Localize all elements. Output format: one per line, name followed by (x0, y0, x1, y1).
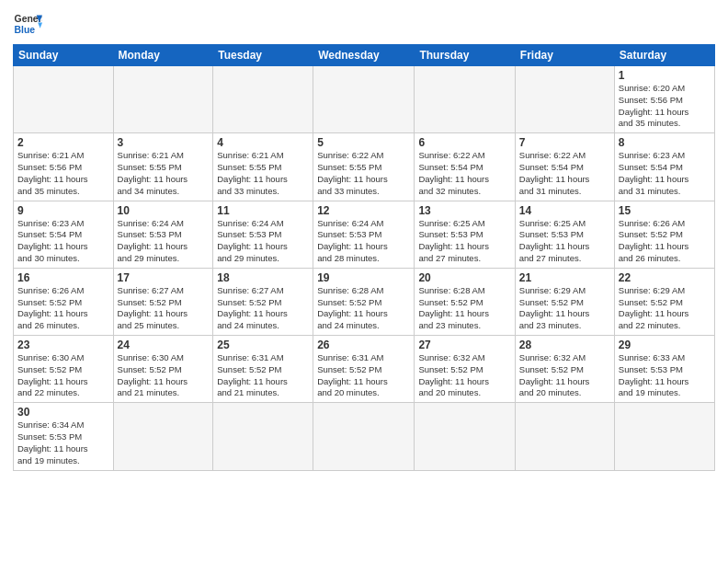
calendar-cell: 7Sunrise: 6:22 AMSunset: 5:54 PMDaylight… (515, 133, 614, 201)
logo: General Blue (13, 9, 42, 39)
calendar-cell: 22Sunrise: 6:29 AMSunset: 5:52 PMDayligh… (614, 268, 714, 335)
calendar-cell: 24Sunrise: 6:30 AMSunset: 5:52 PMDayligh… (113, 336, 213, 403)
day-info: Sunrise: 6:24 AMSunset: 5:53 PMDaylight:… (317, 218, 410, 265)
calendar-cell (415, 403, 515, 470)
calendar-cell: 12Sunrise: 6:24 AMSunset: 5:53 PMDayligh… (313, 201, 415, 268)
day-info: Sunrise: 6:23 AMSunset: 5:54 PMDaylight:… (17, 218, 109, 265)
calendar-cell: 8Sunrise: 6:23 AMSunset: 5:54 PMDaylight… (614, 133, 714, 201)
calendar-cell: 6Sunrise: 6:22 AMSunset: 5:54 PMDaylight… (415, 133, 515, 201)
day-number: 22 (619, 271, 711, 284)
day-number: 4 (217, 136, 309, 149)
svg-text:Blue: Blue (15, 25, 36, 35)
calendar-cell: 10Sunrise: 6:24 AMSunset: 5:53 PMDayligh… (113, 201, 213, 268)
calendar-cell: 26Sunrise: 6:31 AMSunset: 5:52 PMDayligh… (313, 336, 415, 403)
day-info: Sunrise: 6:29 AMSunset: 5:52 PMDaylight:… (619, 285, 711, 332)
calendar-cell (614, 403, 714, 470)
calendar-week-row-4: 16Sunrise: 6:26 AMSunset: 5:52 PMDayligh… (14, 268, 715, 335)
calendar-cell: 1Sunrise: 6:20 AMSunset: 5:56 PMDaylight… (614, 66, 714, 133)
day-info: Sunrise: 6:28 AMSunset: 5:52 PMDaylight:… (418, 285, 510, 332)
weekday-header-wednesday: Wednesday (313, 45, 415, 66)
calendar-cell (14, 66, 114, 133)
calendar-cell (313, 403, 415, 470)
day-number: 2 (17, 136, 109, 149)
day-info: Sunrise: 6:24 AMSunset: 5:53 PMDaylight:… (217, 218, 309, 265)
header: General Blue (13, 9, 715, 39)
day-info: Sunrise: 6:28 AMSunset: 5:52 PMDaylight:… (317, 285, 410, 332)
calendar-cell: 13Sunrise: 6:25 AMSunset: 5:53 PMDayligh… (415, 201, 515, 268)
day-info: Sunrise: 6:24 AMSunset: 5:53 PMDaylight:… (118, 218, 210, 265)
calendar-cell: 3Sunrise: 6:21 AMSunset: 5:55 PMDaylight… (113, 133, 213, 201)
weekday-header-sunday: Sunday (14, 45, 114, 66)
day-number: 1 (619, 69, 711, 82)
day-info: Sunrise: 6:21 AMSunset: 5:55 PMDaylight:… (217, 150, 309, 197)
day-number: 25 (217, 339, 309, 351)
calendar-cell: 4Sunrise: 6:21 AMSunset: 5:55 PMDaylight… (213, 133, 313, 201)
calendar-cell: 25Sunrise: 6:31 AMSunset: 5:52 PMDayligh… (213, 336, 313, 403)
calendar-cell (213, 403, 313, 470)
calendar-cell: 30Sunrise: 6:34 AMSunset: 5:53 PMDayligh… (14, 403, 114, 470)
calendar-week-row-5: 23Sunrise: 6:30 AMSunset: 5:52 PMDayligh… (14, 336, 715, 403)
day-number: 11 (217, 204, 309, 217)
calendar-week-row-2: 2Sunrise: 6:21 AMSunset: 5:56 PMDaylight… (14, 133, 715, 201)
day-info: Sunrise: 6:26 AMSunset: 5:52 PMDaylight:… (619, 218, 711, 265)
day-info: Sunrise: 6:31 AMSunset: 5:52 PMDaylight:… (317, 352, 410, 399)
day-number: 28 (519, 339, 610, 351)
day-number: 26 (317, 339, 410, 351)
day-number: 15 (619, 204, 711, 217)
calendar-cell: 19Sunrise: 6:28 AMSunset: 5:52 PMDayligh… (313, 268, 415, 335)
weekday-header-tuesday: Tuesday (213, 45, 313, 66)
day-number: 7 (519, 136, 610, 149)
day-number: 24 (118, 339, 210, 351)
day-number: 30 (17, 406, 109, 419)
day-info: Sunrise: 6:33 AMSunset: 5:53 PMDaylight:… (619, 352, 711, 399)
calendar-cell: 5Sunrise: 6:22 AMSunset: 5:55 PMDaylight… (313, 133, 415, 201)
day-number: 17 (118, 271, 210, 284)
day-number: 27 (418, 339, 510, 351)
day-number: 29 (619, 339, 711, 351)
day-info: Sunrise: 6:22 AMSunset: 5:55 PMDaylight:… (317, 150, 410, 197)
day-info: Sunrise: 6:22 AMSunset: 5:54 PMDaylight:… (418, 150, 510, 197)
calendar-cell: 27Sunrise: 6:32 AMSunset: 5:52 PMDayligh… (415, 336, 515, 403)
day-number: 14 (519, 204, 610, 217)
day-number: 13 (418, 204, 510, 217)
calendar-cell (113, 403, 213, 470)
calendar-cell (113, 66, 213, 133)
calendar-cell: 23Sunrise: 6:30 AMSunset: 5:52 PMDayligh… (14, 336, 114, 403)
day-info: Sunrise: 6:30 AMSunset: 5:52 PMDaylight:… (17, 352, 109, 399)
day-number: 5 (317, 136, 410, 149)
day-info: Sunrise: 6:21 AMSunset: 5:56 PMDaylight:… (17, 150, 109, 197)
generalblue-logo-icon: General Blue (13, 9, 42, 39)
calendar-cell (515, 66, 614, 133)
calendar-week-row-3: 9Sunrise: 6:23 AMSunset: 5:54 PMDaylight… (14, 201, 715, 268)
day-info: Sunrise: 6:29 AMSunset: 5:52 PMDaylight:… (519, 285, 610, 332)
calendar-cell (213, 66, 313, 133)
weekday-header-friday: Friday (515, 45, 614, 66)
day-info: Sunrise: 6:27 AMSunset: 5:52 PMDaylight:… (217, 285, 309, 332)
calendar-cell: 18Sunrise: 6:27 AMSunset: 5:52 PMDayligh… (213, 268, 313, 335)
calendar-cell (313, 66, 415, 133)
day-info: Sunrise: 6:22 AMSunset: 5:54 PMDaylight:… (519, 150, 610, 197)
calendar-cell: 11Sunrise: 6:24 AMSunset: 5:53 PMDayligh… (213, 201, 313, 268)
day-info: Sunrise: 6:21 AMSunset: 5:55 PMDaylight:… (118, 150, 210, 197)
day-number: 6 (418, 136, 510, 149)
day-number: 9 (17, 204, 109, 217)
calendar-week-row-6: 30Sunrise: 6:34 AMSunset: 5:53 PMDayligh… (14, 403, 715, 470)
calendar-cell (415, 66, 515, 133)
day-info: Sunrise: 6:27 AMSunset: 5:52 PMDaylight:… (118, 285, 210, 332)
day-info: Sunrise: 6:30 AMSunset: 5:52 PMDaylight:… (118, 352, 210, 399)
day-info: Sunrise: 6:32 AMSunset: 5:52 PMDaylight:… (418, 352, 510, 399)
weekday-header-saturday: Saturday (614, 45, 714, 66)
day-info: Sunrise: 6:31 AMSunset: 5:52 PMDaylight:… (217, 352, 309, 399)
calendar-cell: 17Sunrise: 6:27 AMSunset: 5:52 PMDayligh… (113, 268, 213, 335)
day-number: 3 (118, 136, 210, 149)
day-info: Sunrise: 6:26 AMSunset: 5:52 PMDaylight:… (17, 285, 109, 332)
day-info: Sunrise: 6:23 AMSunset: 5:54 PMDaylight:… (619, 150, 711, 197)
calendar-cell: 20Sunrise: 6:28 AMSunset: 5:52 PMDayligh… (415, 268, 515, 335)
day-number: 18 (217, 271, 309, 284)
weekday-header-monday: Monday (113, 45, 213, 66)
day-info: Sunrise: 6:34 AMSunset: 5:53 PMDaylight:… (17, 419, 109, 466)
day-number: 19 (317, 271, 410, 284)
day-number: 20 (418, 271, 510, 284)
weekday-header-row: SundayMondayTuesdayWednesdayThursdayFrid… (14, 45, 715, 66)
svg-marker-3 (38, 22, 42, 28)
